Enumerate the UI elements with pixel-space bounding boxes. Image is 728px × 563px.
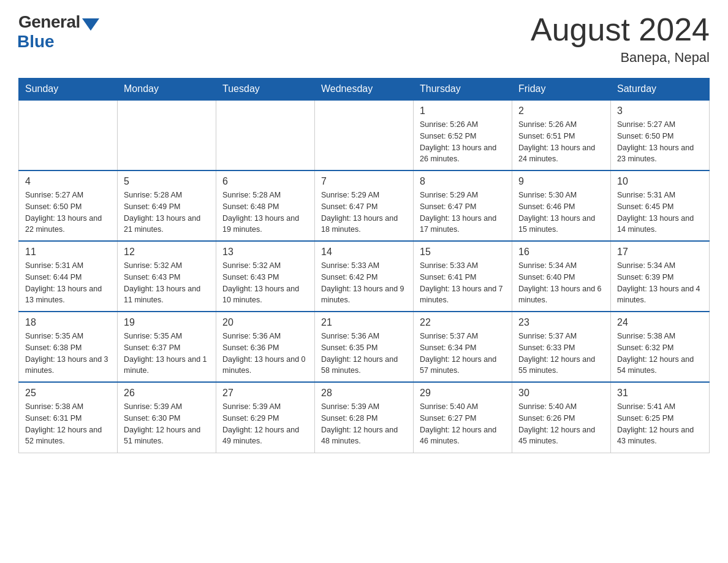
calendar-cell: 5Sunrise: 5:28 AMSunset: 6:49 PMDaylight… <box>118 170 216 241</box>
calendar-day-header: Tuesday <box>216 79 315 101</box>
day-number: 9 <box>518 176 604 187</box>
day-number: 16 <box>518 247 604 258</box>
day-number: 23 <box>518 317 604 328</box>
calendar-cell: 23Sunrise: 5:37 AMSunset: 6:33 PMDayligh… <box>512 312 611 382</box>
calendar-day-header: Monday <box>118 79 216 101</box>
day-info: Sunrise: 5:30 AMSunset: 6:46 PMDaylight:… <box>518 190 604 236</box>
calendar-cell: 30Sunrise: 5:40 AMSunset: 6:26 PMDayligh… <box>512 382 611 453</box>
day-number: 26 <box>124 388 210 399</box>
day-info: Sunrise: 5:32 AMSunset: 6:43 PMDaylight:… <box>222 260 308 306</box>
day-number: 19 <box>124 317 210 328</box>
day-info: Sunrise: 5:39 AMSunset: 6:28 PMDaylight:… <box>321 401 407 447</box>
day-info: Sunrise: 5:35 AMSunset: 6:38 PMDaylight:… <box>25 331 111 377</box>
calendar-cell: 10Sunrise: 5:31 AMSunset: 6:45 PMDayligh… <box>611 170 710 241</box>
calendar-cell <box>315 100 414 170</box>
calendar-cell: 16Sunrise: 5:34 AMSunset: 6:40 PMDayligh… <box>512 241 611 312</box>
day-number: 28 <box>321 388 407 399</box>
day-info: Sunrise: 5:34 AMSunset: 6:39 PMDaylight:… <box>617 260 703 306</box>
calendar-cell: 18Sunrise: 5:35 AMSunset: 6:38 PMDayligh… <box>19 312 118 382</box>
calendar-cell: 14Sunrise: 5:33 AMSunset: 6:42 PMDayligh… <box>315 241 414 312</box>
calendar-day-header: Saturday <box>611 79 710 101</box>
day-number: 22 <box>420 317 506 328</box>
calendar-day-header: Wednesday <box>315 79 414 101</box>
calendar-cell: 2Sunrise: 5:26 AMSunset: 6:51 PMDaylight… <box>512 100 611 170</box>
day-info: Sunrise: 5:39 AMSunset: 6:30 PMDaylight:… <box>124 401 210 447</box>
calendar-week-row: 4Sunrise: 5:27 AMSunset: 6:50 PMDaylight… <box>19 170 710 241</box>
day-number: 7 <box>321 176 407 187</box>
calendar-cell: 21Sunrise: 5:36 AMSunset: 6:35 PMDayligh… <box>315 312 414 382</box>
logo-general-text: General <box>18 12 80 32</box>
calendar-cell: 31Sunrise: 5:41 AMSunset: 6:25 PMDayligh… <box>611 382 710 453</box>
day-number: 8 <box>420 176 506 187</box>
logo-triangle-icon <box>82 18 99 31</box>
day-info: Sunrise: 5:40 AMSunset: 6:26 PMDaylight:… <box>518 401 604 447</box>
calendar-week-row: 11Sunrise: 5:31 AMSunset: 6:44 PMDayligh… <box>19 241 710 312</box>
calendar-cell <box>216 100 315 170</box>
day-number: 25 <box>25 388 111 399</box>
day-info: Sunrise: 5:31 AMSunset: 6:44 PMDaylight:… <box>25 260 111 306</box>
day-info: Sunrise: 5:39 AMSunset: 6:29 PMDaylight:… <box>222 401 308 447</box>
calendar-cell: 3Sunrise: 5:27 AMSunset: 6:50 PMDaylight… <box>611 100 710 170</box>
calendar-cell: 7Sunrise: 5:29 AMSunset: 6:47 PMDaylight… <box>315 170 414 241</box>
title-area: August 2024 Banepa, Nepal <box>531 12 710 66</box>
day-number: 4 <box>25 176 111 187</box>
day-number: 31 <box>617 388 703 399</box>
calendar-day-header: Friday <box>512 79 611 101</box>
day-info: Sunrise: 5:38 AMSunset: 6:31 PMDaylight:… <box>25 401 111 447</box>
calendar-cell <box>118 100 216 170</box>
day-info: Sunrise: 5:38 AMSunset: 6:32 PMDaylight:… <box>617 331 703 377</box>
day-number: 10 <box>617 176 703 187</box>
day-number: 1 <box>420 105 506 117</box>
month-title: August 2024 <box>531 12 710 47</box>
calendar-week-row: 18Sunrise: 5:35 AMSunset: 6:38 PMDayligh… <box>19 312 710 382</box>
day-number: 24 <box>617 317 703 328</box>
calendar-day-header: Thursday <box>414 79 512 101</box>
day-info: Sunrise: 5:29 AMSunset: 6:47 PMDaylight:… <box>420 190 506 236</box>
calendar-cell: 26Sunrise: 5:39 AMSunset: 6:30 PMDayligh… <box>118 382 216 453</box>
day-number: 12 <box>124 247 210 258</box>
day-number: 2 <box>518 105 604 117</box>
day-number: 29 <box>420 388 506 399</box>
day-info: Sunrise: 5:26 AMSunset: 6:52 PMDaylight:… <box>420 119 506 165</box>
calendar-cell: 27Sunrise: 5:39 AMSunset: 6:29 PMDayligh… <box>216 382 315 453</box>
day-info: Sunrise: 5:27 AMSunset: 6:50 PMDaylight:… <box>617 119 703 165</box>
day-number: 30 <box>518 388 604 399</box>
calendar-cell: 22Sunrise: 5:37 AMSunset: 6:34 PMDayligh… <box>414 312 512 382</box>
calendar-table: SundayMondayTuesdayWednesdayThursdayFrid… <box>18 78 710 453</box>
day-number: 5 <box>124 176 210 187</box>
calendar-body: 1Sunrise: 5:26 AMSunset: 6:52 PMDaylight… <box>19 100 710 453</box>
calendar-cell: 24Sunrise: 5:38 AMSunset: 6:32 PMDayligh… <box>611 312 710 382</box>
calendar-cell: 29Sunrise: 5:40 AMSunset: 6:27 PMDayligh… <box>414 382 512 453</box>
calendar-cell: 15Sunrise: 5:33 AMSunset: 6:41 PMDayligh… <box>414 241 512 312</box>
calendar-cell: 17Sunrise: 5:34 AMSunset: 6:39 PMDayligh… <box>611 241 710 312</box>
calendar-header-row: SundayMondayTuesdayWednesdayThursdayFrid… <box>19 79 710 101</box>
calendar-cell: 19Sunrise: 5:35 AMSunset: 6:37 PMDayligh… <box>118 312 216 382</box>
calendar-day-header: Sunday <box>19 79 118 101</box>
page-header: General Blue August 2024 Banepa, Nepal <box>18 12 710 66</box>
calendar-cell: 12Sunrise: 5:32 AMSunset: 6:43 PMDayligh… <box>118 241 216 312</box>
calendar-cell: 28Sunrise: 5:39 AMSunset: 6:28 PMDayligh… <box>315 382 414 453</box>
day-number: 27 <box>222 388 308 399</box>
calendar-cell: 1Sunrise: 5:26 AMSunset: 6:52 PMDaylight… <box>414 100 512 170</box>
calendar-cell: 25Sunrise: 5:38 AMSunset: 6:31 PMDayligh… <box>19 382 118 453</box>
calendar-cell <box>19 100 118 170</box>
calendar-cell: 13Sunrise: 5:32 AMSunset: 6:43 PMDayligh… <box>216 241 315 312</box>
logo: General Blue <box>18 12 99 52</box>
calendar-cell: 6Sunrise: 5:28 AMSunset: 6:48 PMDaylight… <box>216 170 315 241</box>
calendar-cell: 9Sunrise: 5:30 AMSunset: 6:46 PMDaylight… <box>512 170 611 241</box>
day-number: 14 <box>321 247 407 258</box>
calendar-cell: 8Sunrise: 5:29 AMSunset: 6:47 PMDaylight… <box>414 170 512 241</box>
day-info: Sunrise: 5:36 AMSunset: 6:35 PMDaylight:… <box>321 331 407 377</box>
day-info: Sunrise: 5:37 AMSunset: 6:34 PMDaylight:… <box>420 331 506 377</box>
calendar-week-row: 1Sunrise: 5:26 AMSunset: 6:52 PMDaylight… <box>19 100 710 170</box>
day-number: 6 <box>222 176 308 187</box>
logo-blue-text: Blue <box>17 32 55 52</box>
day-info: Sunrise: 5:33 AMSunset: 6:41 PMDaylight:… <box>420 260 506 306</box>
calendar-cell: 11Sunrise: 5:31 AMSunset: 6:44 PMDayligh… <box>19 241 118 312</box>
day-info: Sunrise: 5:37 AMSunset: 6:33 PMDaylight:… <box>518 331 604 377</box>
day-number: 18 <box>25 317 111 328</box>
calendar-cell: 4Sunrise: 5:27 AMSunset: 6:50 PMDaylight… <box>19 170 118 241</box>
location-label: Banepa, Nepal <box>531 50 710 66</box>
day-info: Sunrise: 5:36 AMSunset: 6:36 PMDaylight:… <box>222 331 308 377</box>
day-info: Sunrise: 5:33 AMSunset: 6:42 PMDaylight:… <box>321 260 407 306</box>
